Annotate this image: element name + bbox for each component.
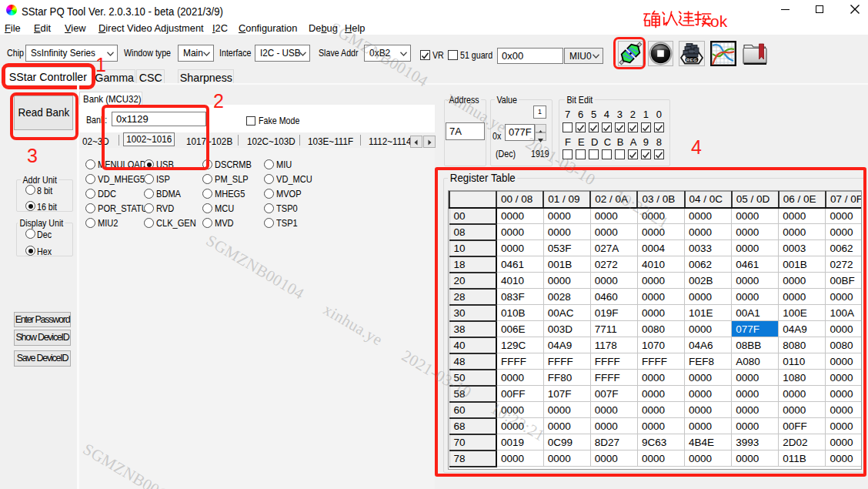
svg-text:ok: ok [710, 12, 728, 30]
svg-text:REG: REG [686, 58, 698, 62]
